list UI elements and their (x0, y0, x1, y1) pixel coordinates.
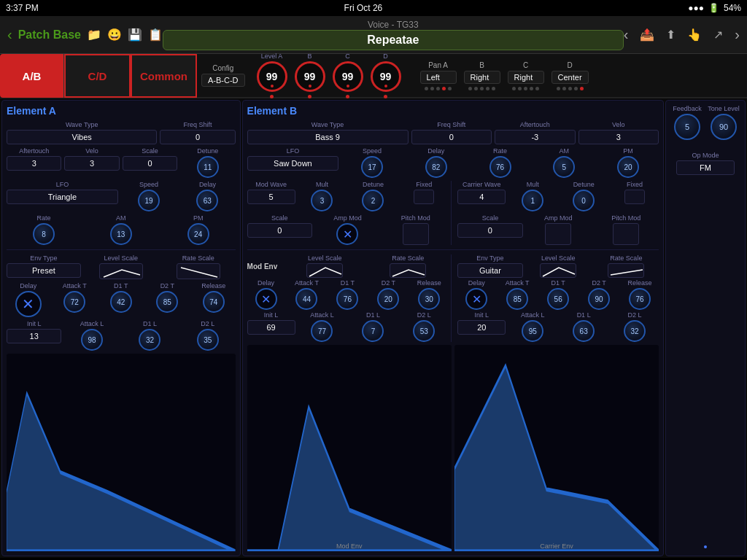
ea-delay2-btn[interactable]: ✕ (15, 291, 42, 317)
ea-pm-dial[interactable]: 24 (187, 223, 209, 245)
eb-atkl-dial[interactable]: 77 (311, 320, 333, 342)
face-icon[interactable]: 😀 (107, 28, 122, 42)
ea-velo-value[interactable]: 3 (64, 156, 119, 171)
folder-icon[interactable]: 📁 (87, 28, 101, 42)
ea-d2t-dial[interactable]: 85 (156, 291, 178, 313)
eb-detune-dial[interactable]: 2 (362, 190, 384, 211)
level-b-dial[interactable]: B 99 (295, 52, 325, 98)
ea-freq-value[interactable]: 0 (160, 130, 235, 144)
back-button[interactable]: ‹ (7, 26, 12, 43)
level-d-dial[interactable]: D 99 (371, 52, 401, 98)
eb-campmod-value[interactable] (545, 223, 571, 245)
ea-d2l-dial[interactable]: 35 (197, 329, 219, 351)
pan-d-value[interactable]: Center (551, 71, 589, 84)
ea-envtype-value[interactable]: Preset (7, 263, 81, 278)
ea-detune-dial[interactable]: 11 (197, 156, 219, 178)
eb-pitchmod-value[interactable] (403, 223, 429, 245)
eb-lfo-value[interactable]: Saw Down (247, 156, 339, 171)
eb-pm-dial[interactable]: 20 (617, 156, 639, 178)
tab-cd[interactable]: C/D (64, 54, 131, 98)
eb-modwave-value[interactable]: 5 (247, 190, 295, 204)
nav-share-icon[interactable]: 📤 (640, 28, 654, 42)
ea-at-value[interactable]: 3 (7, 156, 61, 171)
ea-rate-dial[interactable]: 8 (33, 223, 55, 245)
copy-icon[interactable]: 📋 (148, 28, 163, 42)
nav-next-button[interactable]: › (735, 26, 740, 43)
nav-hand-icon[interactable]: 👆 (687, 28, 702, 42)
rp-feedback-dial[interactable]: 5 (674, 114, 700, 140)
eb-crel-dial[interactable]: 76 (629, 288, 651, 310)
save-icon[interactable]: 💾 (128, 28, 142, 42)
eb-cdetune-dial[interactable]: 0 (573, 190, 595, 211)
eb-d1t-dial[interactable]: 76 (336, 288, 358, 310)
eb-cmult-dial[interactable]: 1 (522, 190, 543, 211)
ea-speed-dial[interactable]: 19 (138, 190, 160, 211)
eb-cd2l-dial[interactable]: 32 (624, 320, 646, 342)
eb-cd2t-dial[interactable]: 90 (588, 288, 610, 310)
ea-rel-dial[interactable]: 74 (203, 291, 225, 313)
ea-am-dial[interactable]: 13 (110, 223, 132, 245)
eb-catkt-dial[interactable]: 85 (506, 288, 528, 310)
nav-export-icon[interactable]: ↗ (713, 28, 723, 42)
ea-delay-dial[interactable]: 63 (196, 190, 218, 211)
eb-at-value[interactable]: -3 (495, 130, 575, 144)
pan-b-value[interactable]: Right (464, 71, 500, 84)
ea-initl-value[interactable]: 13 (7, 329, 61, 343)
rp-tonelevel-dial[interactable]: 90 (711, 114, 737, 140)
eb-wave-value[interactable]: Bass 9 (247, 130, 409, 144)
eb-d2t-dial[interactable]: 20 (377, 288, 399, 310)
eb-ampmod-btn[interactable]: ✕ (336, 223, 358, 245)
eb-cinitl-value[interactable]: 20 (457, 320, 506, 335)
ea-lfo-value[interactable]: Triangle (7, 190, 118, 204)
pan-c-value[interactable]: Right (508, 71, 544, 84)
eb-initl-value[interactable]: 69 (247, 320, 295, 335)
level-c-dial[interactable]: C 99 (333, 52, 363, 98)
eb-rel-dial[interactable]: 30 (418, 288, 440, 310)
eb-pitchmod-label: Pitch Mod (401, 214, 430, 222)
eb-fixed-value[interactable] (414, 190, 434, 204)
eb-cpitchmod-value[interactable] (613, 223, 639, 245)
eb-d1l-dial[interactable]: 7 (362, 320, 384, 342)
ea-d1t-dial[interactable]: 42 (110, 291, 132, 313)
level-d-value[interactable]: 99 (371, 61, 401, 92)
eb-cdelay-btn[interactable]: ✕ (465, 288, 487, 310)
eb-cfixed-value[interactable] (624, 190, 645, 204)
level-a-dial[interactable]: Level A 99 (257, 52, 287, 98)
eb-freq-value[interactable]: 0 (411, 130, 492, 144)
eb-velo-value[interactable]: 3 (578, 130, 659, 144)
eb-delay2-btn[interactable]: ✕ (255, 288, 277, 310)
eb-envtype-value[interactable]: Guitar (457, 263, 522, 278)
rp-opmode-value[interactable]: FM (676, 160, 735, 175)
eb-atkt-dial[interactable]: 44 (295, 288, 317, 310)
eb-catkl-dial[interactable]: 95 (522, 320, 543, 342)
level-c-value[interactable]: 99 (333, 61, 363, 92)
element-a-panel: Element A Wave Type Vibes Freq Shift 0 A… (1, 100, 241, 556)
pan-a-value[interactable]: Left (420, 71, 457, 84)
eb-scale-value[interactable]: 0 (247, 223, 312, 238)
ea-scale-value[interactable]: 0 (123, 156, 177, 171)
tab-ab[interactable]: A/B (0, 54, 64, 98)
config-value[interactable]: A-B-C-D (201, 74, 245, 87)
eb-cd1t-dial[interactable]: 56 (547, 288, 569, 310)
eb-mult-dial[interactable]: 3 (311, 190, 333, 211)
ea-atkl-dial[interactable]: 98 (81, 329, 103, 351)
eb-cd1l-dial[interactable]: 63 (573, 320, 595, 342)
level-a-value[interactable]: 99 (257, 61, 287, 92)
eb-cwave-value[interactable]: 4 (457, 190, 506, 204)
patch-name[interactable]: Repeatae (163, 30, 624, 50)
eb-delay-dial[interactable]: 82 (425, 156, 447, 178)
tab-common[interactable]: Common (131, 54, 197, 98)
eb-campmod-label: Amp Mod (544, 214, 573, 222)
ea-atkt-dial[interactable]: 72 (63, 291, 85, 313)
eb-rate-dial[interactable]: 76 (489, 156, 511, 178)
ea-wave-value[interactable]: Vibes (7, 130, 157, 144)
eb-cscale-value[interactable]: 0 (457, 223, 522, 238)
eb-speed-dial[interactable]: 17 (361, 156, 383, 178)
eb-d2l-dial[interactable]: 53 (413, 320, 435, 342)
eb-am-dial[interactable]: 5 (553, 156, 575, 178)
ea-d1l-dial[interactable]: 32 (139, 329, 160, 351)
pan-d-label: D (567, 61, 572, 69)
level-b-value[interactable]: 99 (295, 61, 325, 92)
nav-upload-icon[interactable]: ⬆ (666, 28, 676, 42)
nav-prev-button[interactable]: ‹ (624, 26, 629, 43)
